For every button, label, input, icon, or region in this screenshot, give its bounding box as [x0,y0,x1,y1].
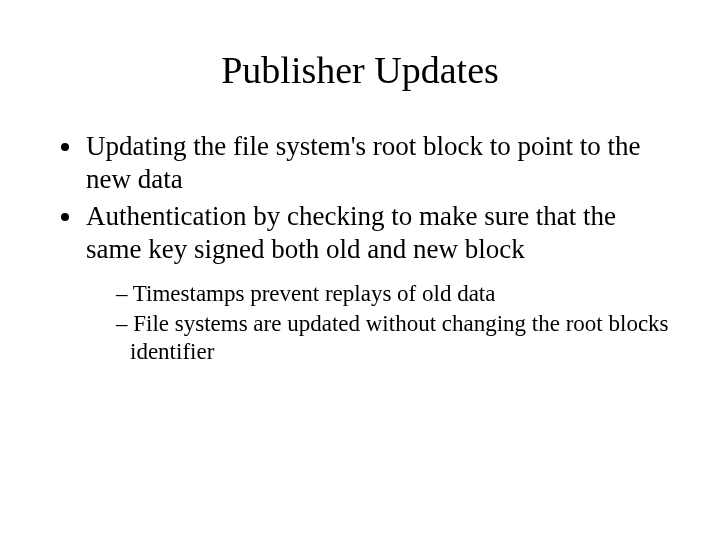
bullet-item: Updating the file system's root block to… [84,130,670,196]
sub-bullet-item: Timestamps prevent replays of old data [116,280,670,308]
sub-bullet-item: File systems are updated without changin… [116,310,670,366]
bullet-item: Authentication by checking to make sure … [84,200,670,366]
sub-bullet-list: Timestamps prevent replays of old data F… [86,280,670,366]
slide: Publisher Updates Updating the file syst… [0,0,720,540]
slide-title: Publisher Updates [50,48,670,92]
bullet-list: Updating the file system's root block to… [50,130,670,366]
bullet-text: Authentication by checking to make sure … [86,201,616,264]
